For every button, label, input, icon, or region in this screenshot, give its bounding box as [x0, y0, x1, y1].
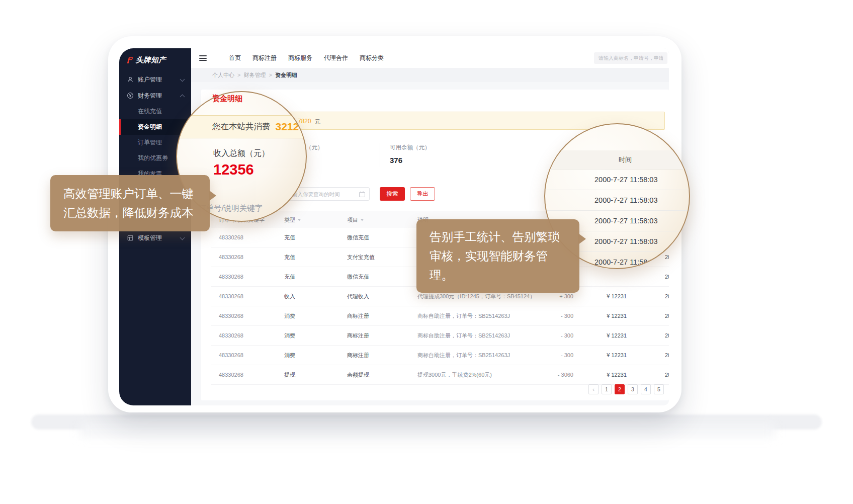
header-project[interactable]: 项目	[347, 216, 364, 223]
cell-order: 48330268	[219, 313, 243, 319]
cell-desc: 提现3000元，手续费2%(60元)	[417, 371, 492, 379]
page-background: 头牌知产 账户管理	[0, 0, 853, 504]
cell-order: 48330268	[219, 332, 243, 339]
template-icon	[127, 234, 134, 241]
nav-item-trademark-service[interactable]: 商标服务	[288, 54, 312, 62]
callout-right-text: 告别手工统计、告别繁琐审核，实现智能财务管理。	[430, 230, 560, 282]
cell-order: 48330268	[219, 254, 243, 260]
stat-value: 376	[390, 156, 431, 164]
hamburger-icon[interactable]	[199, 54, 207, 62]
sidebar-subitem-online-recharge[interactable]: 在线充值	[119, 104, 191, 119]
sidebar-subitem-label: 资金明细	[138, 123, 162, 131]
breadcrumb: 个人中心 > 财务管理 > 资金明细	[191, 68, 669, 82]
cell-project: 代理收入	[347, 293, 369, 300]
sidebar-subitem-label: 订单管理	[138, 138, 162, 147]
cell-type: 消费	[284, 332, 295, 340]
cell-time: 2000-7-27 11:58:03	[665, 332, 669, 339]
sidebar-item-label: 财务管理	[138, 92, 162, 100]
cell-time: 2000-7-27 11:58:03	[665, 313, 669, 319]
breadcrumb-current: 资金明细	[275, 71, 297, 79]
magnified-income-label: 收入总额（元）	[213, 148, 270, 159]
sidebar-item-account[interactable]: 账户管理	[119, 71, 191, 88]
nav-item-home[interactable]: 首页	[229, 54, 241, 62]
breadcrumb-section[interactable]: 财务管理	[243, 71, 266, 79]
cell-desc: 商标自助注册，订单号：SB2514263J	[417, 332, 510, 340]
magnified-tab-title: 资金明细	[212, 94, 242, 104]
cell-balance: ¥ 12231	[583, 372, 627, 378]
cell-time: 2000-7-27 11:58:03	[665, 293, 669, 299]
breadcrumb-separator: >	[269, 72, 272, 78]
cell-balance: ¥ 12231	[583, 313, 627, 319]
date-filter	[287, 187, 370, 201]
callout-left: 高效管理账户订单、一键汇总数据，降低财务成本	[50, 175, 210, 231]
nav-item-agency[interactable]: 代理合作	[324, 54, 348, 62]
cell-order: 48330268	[219, 274, 243, 280]
sidebar-item-label: 账户管理	[138, 75, 162, 84]
cell-order: 48330268	[219, 372, 243, 378]
cell-type: 消费	[284, 312, 295, 320]
cell-time: 2000-7-27 11:58:03	[665, 352, 669, 358]
chevron-down-icon	[180, 77, 185, 82]
cell-order: 48330268	[219, 234, 243, 240]
trademark-search-input[interactable]	[594, 52, 667, 64]
sidebar-subitem-label: 在线充值	[138, 107, 162, 116]
cell-project: 余额提现	[347, 371, 369, 379]
brand-logo[interactable]: 头牌知产	[119, 48, 191, 71]
pagination-page-3[interactable]: 3	[628, 384, 638, 394]
pagination-page-4[interactable]: 4	[641, 384, 651, 394]
stat-middle: （元）	[306, 144, 323, 151]
pagination-page-2[interactable]: 2	[615, 384, 625, 394]
cell-project: 支付宝充值	[347, 254, 375, 261]
breadcrumb-separator: >	[237, 72, 240, 78]
chevron-down-icon	[180, 235, 185, 240]
callout-right: 告别手工统计、告别繁琐审核，实现智能财务管理。	[416, 219, 579, 293]
table-row: 48330268 消费 商标注册 商标自助注册，订单号：SB2514263J -…	[211, 346, 669, 365]
breadcrumb-home[interactable]: 个人中心	[212, 71, 234, 79]
cell-project: 微信充值	[347, 234, 369, 241]
cell-desc: 商标自助注册，订单号：SB2514263J	[417, 352, 510, 359]
search-button[interactable]: 搜索	[380, 187, 405, 201]
cell-desc: 代理提成300元（ID:1245，订单号：SB45124）	[417, 293, 535, 300]
header-label: 项目	[347, 216, 358, 222]
magnified-notice-text: 您在本站共消费	[212, 121, 271, 132]
cell-type: 充值	[284, 273, 295, 281]
magnified-income-value: 12356	[213, 161, 254, 178]
cell-balance: ¥ 12231	[583, 332, 627, 339]
pagination-page-5[interactable]: 5	[654, 384, 664, 394]
cell-amount: - 300	[523, 332, 573, 339]
header-label: 类型	[284, 216, 295, 222]
divider	[380, 143, 380, 167]
sidebar-item-finance[interactable]: 财务管理	[119, 88, 191, 104]
calendar-icon[interactable]	[359, 192, 365, 197]
cell-amount: - 300	[523, 313, 573, 319]
callout-left-text: 高效管理账户订单、一键汇总数据，降低财务成本	[63, 187, 194, 219]
header-type[interactable]: 类型	[284, 216, 301, 223]
brand-name: 头牌知产	[136, 56, 166, 64]
sidebar-item-template[interactable]: 模板管理	[119, 230, 191, 246]
brand-logo-icon	[126, 56, 133, 63]
export-button[interactable]: 导出	[410, 187, 435, 201]
cell-type: 消费	[284, 352, 295, 359]
sort-caret-icon	[298, 219, 301, 221]
magnified-time: 2000-7-27 11:58:03	[545, 170, 689, 190]
cell-project: 商标注册	[347, 312, 369, 320]
pagination: ‹ 1 2 3 4 5	[588, 384, 664, 394]
cell-amount: + 300	[523, 293, 573, 299]
magnified-time: 2000-7-27 11:58:03	[545, 190, 689, 211]
cell-project: 商标注册	[347, 332, 369, 340]
pagination-page-1[interactable]: 1	[602, 384, 612, 394]
pagination-prev[interactable]: ‹	[588, 384, 599, 394]
cell-type: 收入	[284, 293, 295, 300]
nav-item-trademark-register[interactable]: 商标注册	[252, 54, 277, 62]
cell-order: 48330268	[219, 352, 243, 358]
table-row: 48330268 消费 商标注册 商标自助注册，订单号：SB2514263J -…	[211, 326, 669, 346]
magnified-time-header: 时间	[545, 150, 689, 170]
nav-item-trademark-category[interactable]: 商标分类	[360, 54, 384, 62]
sidebar-item-label: 模板管理	[138, 234, 162, 242]
callout-tail-icon	[578, 233, 586, 244]
stat-balance: 可用余额（元） 376	[390, 144, 431, 164]
cell-type: 提现	[284, 371, 295, 379]
cell-type: 充值	[284, 254, 295, 261]
user-icon	[127, 76, 134, 83]
sidebar-subitem-label: 我的优惠券	[138, 154, 168, 162]
